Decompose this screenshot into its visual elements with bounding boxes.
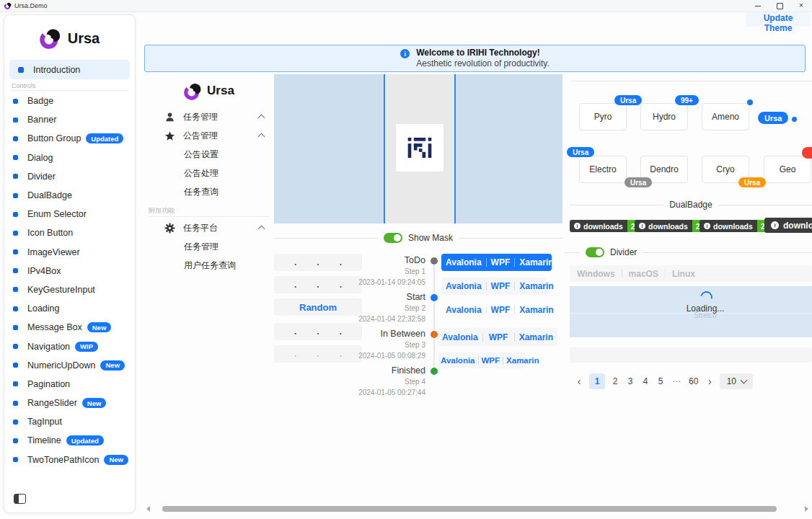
page-button-5[interactable]: 5 — [656, 373, 666, 389]
menu-item-task-management[interactable]: 任务管理 — [144, 107, 274, 126]
page-size-select[interactable]: 10 — [720, 373, 753, 389]
show-mask-toggle[interactable] — [384, 233, 402, 243]
wpf-button[interactable]: WPF — [483, 332, 514, 342]
timeline-dot-inbetween — [431, 331, 438, 338]
sidebar-items: Badge Banner Button GroupUpdated Dialog … — [4, 92, 135, 469]
prev-page-button[interactable]: ‹ — [574, 373, 584, 389]
sidebar-item-banner[interactable]: Banner — [4, 110, 135, 129]
sidebar-item-rangeslider[interactable]: RangeSliderNew — [4, 394, 135, 412]
panel-collapse-icon — [14, 494, 26, 504]
bullet-icon — [13, 99, 18, 104]
menu-item-announcement-settings[interactable]: 公告设置 — [144, 145, 274, 164]
divider — [274, 238, 378, 239]
scroll-right-arrow[interactable] — [805, 506, 808, 512]
info-icon: i — [400, 49, 410, 58]
close-button[interactable]: × — [790, 0, 812, 12]
xamarin-button[interactable]: Xamarin — [503, 356, 542, 365]
badge-card-hydro: Hydro — [640, 103, 688, 130]
sidebar-item-icon-button[interactable]: Icon Button — [4, 223, 135, 242]
avalonia-button[interactable]: Avalonia — [441, 305, 486, 315]
image-viewer[interactable] — [274, 74, 562, 223]
iri-logo-icon — [405, 133, 435, 163]
timeline-item: Start Step 2 2024-01-04 22:32:58 — [332, 292, 425, 329]
menu-item-task-management-2[interactable]: 任务管理 — [144, 237, 274, 256]
sidebar-item-taginput[interactable]: TagInput — [4, 412, 135, 431]
sidebar-section-controls: Controls — [12, 82, 135, 89]
sidebar-item-divider[interactable]: Divider — [4, 167, 135, 186]
menu-item-task-platform[interactable]: 任务平台 — [144, 218, 274, 237]
sidebar-item-introduction[interactable]: Introduction — [9, 60, 130, 79]
wpf-button[interactable]: WPF — [487, 305, 515, 315]
sidebar-item-message-box[interactable]: Message BoxNew — [4, 318, 135, 337]
info-icon: i — [574, 223, 581, 229]
divider — [622, 270, 622, 278]
scrollbar-track[interactable] — [156, 506, 798, 512]
sidebar-item-button-group[interactable]: Button GroupUpdated — [4, 129, 135, 148]
timeline-rail — [433, 263, 435, 371]
sidebar-item-timeline[interactable]: TimelineUpdated — [4, 431, 135, 450]
ursa-badge-clipped — [802, 147, 812, 159]
sidebar-item-badge[interactable]: Badge — [4, 92, 135, 110]
avalonia-button[interactable]: Avalonia — [441, 281, 486, 291]
gear-icon — [164, 223, 175, 234]
avalonia-button[interactable]: Avalonia — [438, 332, 482, 342]
xamarin-button[interactable]: Xamarin — [515, 305, 557, 315]
sidebar-item-dualbadge[interactable]: DualBadge — [4, 186, 135, 205]
minimize-icon — [755, 6, 761, 6]
menu-item-user-task-query[interactable]: 用户任务查询 — [144, 256, 274, 275]
sidebar-collapse-button[interactable] — [14, 494, 26, 504]
minimize-button[interactable] — [747, 0, 769, 12]
sidebar-item-loading[interactable]: Loading — [4, 299, 135, 318]
page-button-1[interactable]: 1 — [589, 373, 605, 389]
timeline-item: ToDo Step 1 2023-01-14 09:24:05 — [332, 255, 425, 292]
button-group-compact: Avalonia WPF Xamarin — [438, 352, 526, 368]
sidebar-item-imageviewer[interactable]: ImageViewer — [4, 243, 135, 262]
avalonia-button[interactable]: Avalonia — [438, 356, 478, 365]
page-button-2[interactable]: 2 — [610, 373, 620, 389]
bullet-icon — [13, 155, 18, 160]
status-badge: New — [82, 398, 107, 408]
badge-card-ameno: Ameno — [702, 103, 749, 130]
status-badge: New — [100, 360, 125, 371]
update-theme-button[interactable]: Update Theme — [746, 12, 811, 27]
page-button-60[interactable]: 60 — [687, 373, 700, 389]
sidebar-item-ipv4box[interactable]: IPv4Box — [4, 262, 135, 280]
xamarin-button[interactable]: Xamarin — [515, 332, 557, 342]
info-icon: i — [771, 221, 779, 229]
menu-item-task-query[interactable]: 任务查询 — [144, 182, 274, 201]
sidebar-logo-text: Ursa — [68, 30, 100, 47]
info-icon: i — [704, 223, 710, 229]
chevron-up-icon — [258, 226, 265, 233]
wpf-button[interactable]: WPF — [487, 281, 515, 291]
divider-toggle[interactable] — [586, 247, 604, 257]
wpf-button[interactable]: WPF — [479, 356, 503, 365]
next-page-button[interactable]: › — [705, 373, 715, 389]
menu-item-announcement-management[interactable]: 公告管理 — [144, 126, 274, 145]
xamarin-button[interactable]: Xamarin — [515, 257, 557, 267]
sidebar-item-twotonepathicon[interactable]: TwoTonePathIconNew — [4, 451, 135, 469]
chevron-up-icon — [258, 115, 265, 122]
wpf-button[interactable]: WPF — [487, 257, 515, 267]
sidebar-item-keygestureinput[interactable]: KeyGestureInput — [4, 280, 135, 299]
avalonia-button[interactable]: Avalonia — [441, 257, 486, 267]
count-badge: 99+ — [675, 95, 699, 105]
menu-item-announcement-processing[interactable]: 公告处理 — [144, 164, 274, 182]
sidebar-item-dialog[interactable]: Dialog — [4, 148, 135, 167]
ursa-badge: Ursa — [738, 177, 766, 187]
sidebar-logo: Ursa — [4, 24, 135, 53]
sidebar-item-enum-selector[interactable]: Enum Selector — [4, 205, 135, 223]
timeline-dot-start — [431, 294, 438, 301]
button-group-light: Avalonia WPF Xamarin — [441, 278, 547, 295]
page-button-4[interactable]: 4 — [640, 373, 650, 389]
bullet-icon — [13, 438, 18, 443]
more-pages-button[interactable]: ⋯ — [671, 373, 682, 389]
status-badge: Updated — [66, 435, 104, 445]
xamarin-button[interactable]: Xamarin — [515, 281, 557, 291]
sidebar-item-pagination[interactable]: Pagination — [4, 375, 135, 394]
sidebar-item-numericupdown[interactable]: NumericUpDownNew — [4, 356, 135, 375]
scroll-left-arrow[interactable] — [146, 506, 150, 512]
sidebar-item-navigation[interactable]: NavigationWIP — [4, 337, 135, 355]
page-button-3[interactable]: 3 — [625, 373, 635, 389]
scrollbar-thumb[interactable] — [162, 506, 777, 512]
maximize-button[interactable] — [769, 0, 790, 12]
